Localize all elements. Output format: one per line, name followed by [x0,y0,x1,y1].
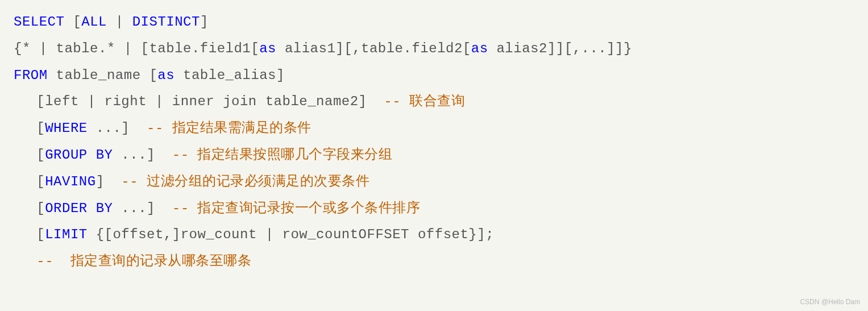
keyword-as: as [471,41,488,56]
keyword-from: FROM [14,68,48,83]
text: table_alias] [175,68,285,83]
text: [ [36,147,45,163]
text: ] [96,174,122,189]
code-line-2: {* | table.* | [table.field1[as alias1][… [14,36,854,63]
text: alias1][,table.field2[ [276,41,471,56]
code-line-8: [ORDER BY ...] -- 指定查询记录按一个或多个条件排序 [14,196,854,222]
keyword-by: BY [96,201,113,216]
code-line-6: [GROUP BY ...] -- 指定结果按照哪几个字段来分组 [14,142,854,169]
text: [ [36,174,45,189]
keyword-as: as [259,41,276,56]
text: [ [36,121,45,136]
text: [ [64,14,81,30]
keyword-order: ORDER [45,201,88,216]
text: {* | table.* | [table.field1[ [14,41,259,56]
keyword-having: HAVING [45,174,95,189]
keyword-limit: LIMIT [45,227,88,242]
text: | [107,14,132,30]
comment-join: -- 联合查询 [384,94,465,109]
code-line-1: SELECT [ALL | DISTINCT] [14,9,854,36]
code-line-5: [WHERE ...] -- 指定结果需满足的条件 [14,115,854,142]
text [88,201,96,216]
code-line-3: FROM table_name [as table_alias] [14,63,854,89]
keyword-all: ALL [81,14,107,30]
text: ...] [113,147,172,163]
text: ] [200,14,209,30]
text: [left | right | inner join table_name2] [36,94,384,109]
comment-limit: -- 指定查询的记录从哪条至哪条 [36,254,251,269]
keyword-select: SELECT [14,14,64,30]
code-line-9: [LIMIT {[offset,]row_count | row_countOF… [14,222,854,248]
watermark: CSDN @Hello Dam [800,296,860,309]
keyword-as: as [157,68,175,83]
comment-where: -- 指定结果需满足的条件 [147,121,312,136]
code-line-7: [HAVING] -- 过滤分组的记录必须满足的次要条件 [14,169,854,196]
comment-having: -- 过滤分组的记录必须满足的次要条件 [121,174,369,189]
keyword-by: BY [96,147,113,163]
text: [ [36,201,45,216]
text: ...] [113,201,172,216]
comment-groupby: -- 指定结果按照哪几个字段来分组 [172,147,393,163]
text: ...] [88,121,147,136]
text: alias2]][,...]]} [488,41,632,56]
text: [ [36,227,45,242]
keyword-distinct: DISTINCT [132,14,200,30]
text [88,147,96,163]
comment-orderby: -- 指定查询记录按一个或多个条件排序 [172,201,421,216]
text: table_name [ [48,68,158,83]
keyword-where: WHERE [45,121,88,136]
code-line-10: -- 指定查询的记录从哪条至哪条 [14,248,854,275]
code-line-4: [left | right | inner join table_name2] … [14,89,854,115]
keyword-group: GROUP [45,147,88,163]
text: {[offset,]row_count | row_countOFFSET of… [88,227,494,242]
